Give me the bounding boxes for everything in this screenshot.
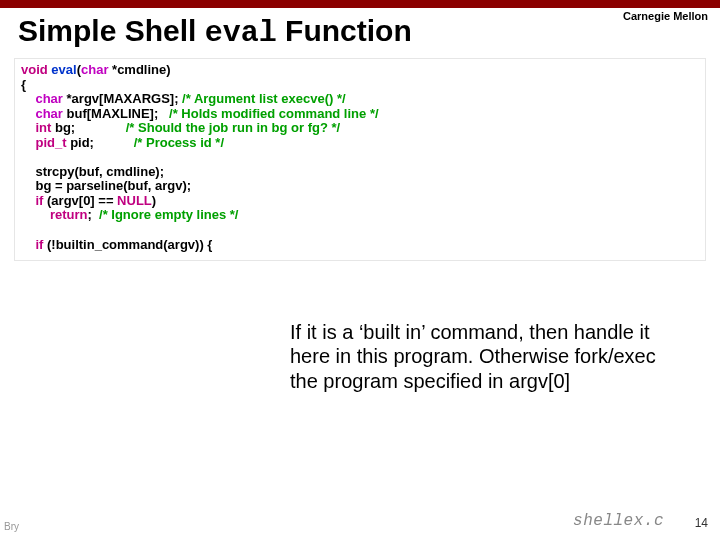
code-text: { [21, 77, 26, 92]
code-text: *argv[MAXARGS]; [63, 91, 182, 106]
callout-text: If it is a ‘built in’ command, then hand… [290, 320, 680, 393]
code-box: void eval(char *cmdline) { char *argv[MA… [14, 58, 706, 261]
source-file-label: shellex.c [573, 512, 664, 530]
code-text [21, 135, 35, 150]
slide: Carnegie Mellon Simple Shell eval Functi… [0, 0, 720, 540]
code-text [21, 193, 35, 208]
comment: /* Argument list execve() */ [182, 91, 346, 106]
func-name: eval [48, 62, 77, 77]
comment: /* Should the job run in bg or fg? */ [126, 120, 340, 135]
code-text: ; [87, 207, 99, 222]
code-text [21, 178, 35, 193]
title-text-pre: Simple Shell [18, 14, 205, 47]
slide-title: Simple Shell eval Function [0, 8, 720, 54]
code-text: *cmdline) [108, 62, 170, 77]
comment: /* Holds modified command line */ [169, 106, 378, 121]
kw-char: char [35, 106, 62, 121]
kw-char: char [35, 91, 62, 106]
comment: /* Ignore empty lines */ [99, 207, 238, 222]
code-text: bg = parseline(buf, argv); [35, 178, 191, 193]
kw-void: void [21, 62, 48, 77]
kw-pid-t: pid_t [35, 135, 66, 150]
title-code: eval [205, 16, 277, 50]
code-listing: void eval(char *cmdline) { char *argv[MA… [21, 63, 699, 252]
top-accent-bar [0, 0, 720, 8]
code-text: (argv[0] == [43, 193, 117, 208]
brand-label: Carnegie Mellon [623, 10, 708, 22]
credit-label: Bry [4, 521, 19, 532]
code-text [21, 106, 35, 121]
kw-char: char [81, 62, 108, 77]
kw-return: return [50, 207, 88, 222]
code-text: bg; [51, 120, 125, 135]
kw-null: NULL [117, 193, 152, 208]
kw-int: int [35, 120, 51, 135]
code-text [21, 207, 50, 222]
comment: /* Process id */ [134, 135, 224, 150]
page-number: 14 [695, 516, 708, 530]
code-text [21, 91, 35, 106]
code-text: ) [152, 193, 156, 208]
code-text: (!builtin_command(argv)) { [43, 237, 212, 252]
title-text-post: Function [277, 14, 412, 47]
code-text: strcpy(buf, cmdline); [35, 164, 164, 179]
code-text: pid; [67, 135, 134, 150]
code-text [21, 164, 35, 179]
code-text [21, 120, 35, 135]
code-text [21, 237, 35, 252]
code-text: buf[MAXLINE]; [63, 106, 169, 121]
